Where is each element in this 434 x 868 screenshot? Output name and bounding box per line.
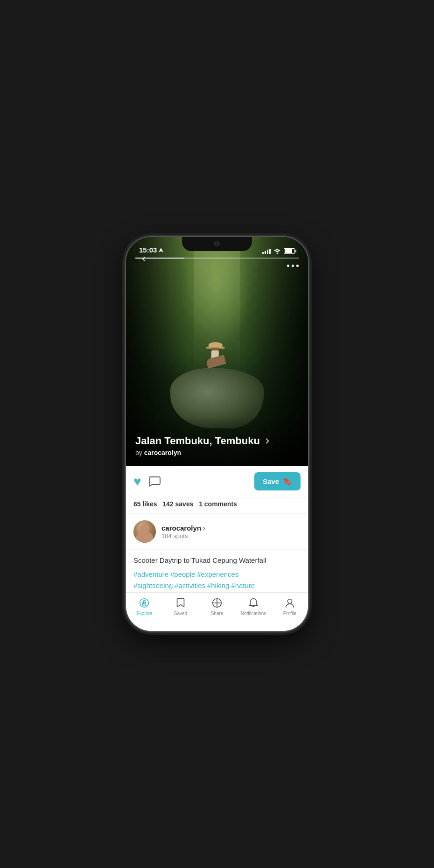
tab-saved-label: Saved — [174, 611, 187, 616]
hero-info: Jalan Tembuku, Tembuku by carocarolyn — [126, 416, 308, 466]
tab-share[interactable]: Share — [199, 596, 235, 616]
location-title[interactable]: Jalan Tembuku, Tembuku — [135, 435, 299, 447]
location-arrow-icon — [159, 248, 163, 252]
avatar — [133, 520, 156, 543]
hashtag-activities[interactable]: #activities — [175, 581, 205, 589]
profile-icon — [283, 596, 296, 609]
share-icon — [210, 596, 224, 609]
hashtag-nature[interactable]: #nature — [231, 581, 255, 589]
tab-share-label: Share — [211, 611, 224, 616]
status-time: 15:03 — [139, 246, 163, 254]
hashtag-experiences[interactable]: #experiences — [197, 570, 238, 578]
hashtag-hiking[interactable]: #hiking — [207, 581, 230, 589]
tab-explore[interactable]: Explore — [126, 596, 162, 616]
hero-section: ‹ Jalan Tembuku, Tembuku by carocarolyn — [126, 237, 308, 466]
hashtag-adventure[interactable]: #adventure — [133, 570, 168, 578]
saved-icon — [174, 596, 187, 609]
author-spots: 184 spots — [161, 532, 301, 539]
description-section: Scooter Daytrip to Tukad Cepung Waterfal… — [126, 550, 308, 597]
author-info: carocarolyn › 184 spots — [161, 524, 301, 539]
save-button[interactable]: Save 🔖 — [254, 472, 301, 490]
description-tags: #adventure #people #experiences #sightse… — [133, 569, 301, 591]
author-chevron-icon: › — [203, 525, 205, 532]
wifi-icon — [273, 248, 281, 254]
tab-notifications[interactable]: Notifications — [235, 596, 272, 616]
bookmark-icon: 🔖 — [283, 477, 292, 486]
more-button[interactable] — [287, 265, 299, 267]
action-bar: ♥ Save 🔖 — [126, 466, 308, 497]
tab-profile-label: Profile — [283, 611, 296, 616]
tab-explore-label: Explore — [136, 611, 152, 616]
hashtag-sightseeing[interactable]: #sightseeing — [133, 581, 173, 589]
tab-profile[interactable]: Profile — [272, 596, 308, 616]
comment-button[interactable] — [148, 475, 162, 488]
figure — [203, 342, 229, 375]
notifications-icon — [247, 596, 260, 609]
explore-icon — [138, 596, 151, 609]
front-camera — [214, 241, 220, 246]
tab-notifications-label: Notifications — [241, 611, 266, 616]
like-button[interactable]: ♥ — [133, 474, 141, 489]
location-chevron-icon — [264, 438, 269, 443]
battery-icon — [284, 248, 295, 254]
svg-point-5 — [287, 599, 292, 603]
screen: 15:03 — [126, 237, 308, 631]
author-section[interactable]: carocarolyn › 184 spots — [126, 514, 308, 550]
action-icons: ♥ — [133, 474, 162, 489]
status-icons — [262, 248, 295, 254]
signal-bars — [262, 249, 271, 254]
svg-point-1 — [143, 602, 145, 604]
hashtag-people[interactable]: #people — [170, 570, 195, 578]
tab-saved[interactable]: Saved — [162, 596, 199, 616]
description-title: Scooter Daytrip to Tukad Cepung Waterfal… — [133, 555, 301, 565]
tab-bar: Explore Saved — [126, 592, 308, 631]
author-username[interactable]: carocarolyn › — [161, 524, 301, 532]
author-line: by carocarolyn — [135, 449, 299, 456]
notch — [182, 237, 252, 251]
phone-frame: 15:03 — [126, 237, 308, 631]
stats-row: 65 likes 142 saves 1 comments — [126, 497, 308, 514]
